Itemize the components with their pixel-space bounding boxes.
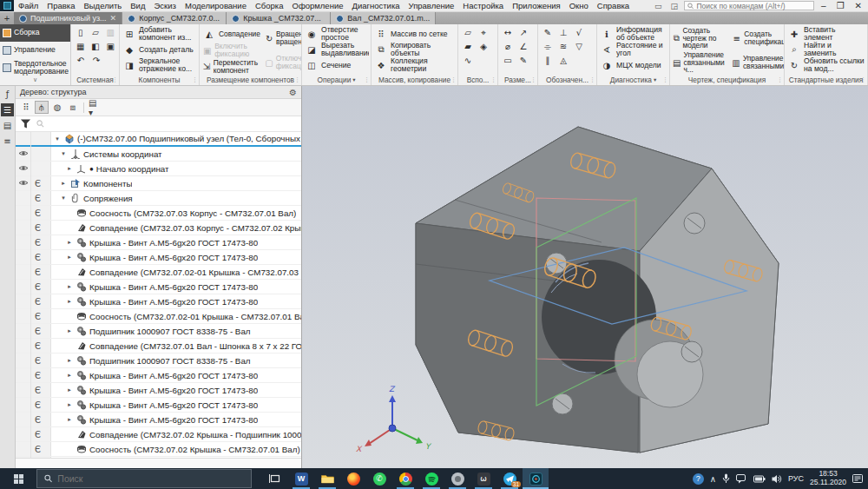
print-preview-icon[interactable]: ◧ xyxy=(89,40,102,53)
task-view-icon[interactable] xyxy=(262,468,288,489)
gear-icon[interactable]: ⚙ xyxy=(289,88,297,97)
instrument-set-active[interactable]: Сборка xyxy=(0,24,70,42)
menu-управление[interactable]: Управление xyxy=(404,1,459,10)
instrument-set-item[interactable]: Твердотельное моделирование xyxy=(0,59,70,76)
ribbon-group-label[interactable]: Диагностика▾⋮ xyxy=(597,75,669,85)
spotify-icon[interactable] xyxy=(418,468,444,489)
section-include-icon[interactable]: Є xyxy=(35,430,45,439)
section-include-icon[interactable]: Є xyxy=(35,371,45,380)
visibility-eye-icon[interactable] xyxy=(18,149,29,159)
surface-finish-icon[interactable]: √ xyxy=(572,26,586,39)
thread-designation-icon[interactable]: ∥ xyxy=(541,54,555,67)
tree-row[interactable]: Є▸Компоненты xyxy=(16,176,301,191)
section-include-icon[interactable]: Є xyxy=(35,415,45,425)
tree-row[interactable]: Є▾Сопряжения xyxy=(16,191,301,206)
expander-icon[interactable]: ▸ xyxy=(66,283,73,290)
collapse-sets-chevron[interactable]: ∨ xyxy=(0,76,70,85)
tree-row[interactable]: Є▸Крышка - Винт A.M5-6gx20 ГОСТ 17473-80 xyxy=(16,368,301,383)
expander-icon[interactable]: ▾ xyxy=(54,135,61,142)
people-chat-icon[interactable] xyxy=(736,474,747,484)
tree-row[interactable]: ЄСоосность (СМ732.07.02 Крышка - СМ732.0… xyxy=(16,442,301,457)
tree-row[interactable]: Є▸Крышка - Винт A.M5-6gx20 ГОСТ 17473-80 xyxy=(16,250,301,265)
instrument-set-item[interactable]: Управление xyxy=(0,42,70,59)
menu-диагностика[interactable]: Диагностика xyxy=(347,1,404,10)
panel-menu-icon[interactable]: ≡ xyxy=(1,135,14,148)
mate-rotation-icon[interactable]: ↻ xyxy=(265,32,273,45)
mirror-components-icon[interactable]: ◨ xyxy=(122,59,136,72)
pencil-icon[interactable]: ✎ xyxy=(541,26,555,39)
ribbon-command[interactable]: ⧉Копировать объекты xyxy=(374,42,456,57)
marker-icon[interactable]: ◬ xyxy=(556,54,570,67)
offset-plane-icon[interactable]: ▰ xyxy=(461,40,475,53)
expander-icon[interactable]: ▾ xyxy=(60,195,67,202)
window-layout-icon[interactable]: ▭ xyxy=(652,2,665,10)
tree-row[interactable]: ЄСоосность (СМ732.07.03 Корпус - СМ732.0… xyxy=(16,206,301,221)
note-icon[interactable]: ✎ xyxy=(516,54,530,67)
menu-выделить[interactable]: Выделить xyxy=(79,1,126,10)
tree-panel-icon[interactable]: ☰ xyxy=(1,103,14,116)
simple-hole-icon[interactable]: ◉ xyxy=(305,28,319,41)
linked-specifications-icon[interactable]: ▥ xyxy=(732,56,740,69)
grouping-view-icon[interactable]: ⫛ xyxy=(35,101,49,114)
tolerance-icon[interactable]: ⌯ xyxy=(541,40,555,53)
ribbon-group-label[interactable]: Размещение компонентов⋮ xyxy=(200,75,301,85)
section-include-icon[interactable]: Є xyxy=(35,341,45,351)
relations-view-icon[interactable]: ◍ xyxy=(50,101,64,114)
ribbon-group-label[interactable]: Стандартные изделия⋮ xyxy=(785,75,867,85)
ribbon-command[interactable]: ✚Вставить элемент xyxy=(787,26,865,42)
menu-сборка[interactable]: Сборка xyxy=(251,1,288,10)
3d-viewport[interactable]: Z X Y xyxy=(302,86,868,468)
microphone-icon[interactable] xyxy=(722,473,730,484)
linked-drawings-icon[interactable]: ▤ xyxy=(673,56,681,69)
tree-row[interactable]: Є▸Крышка - Винт A.M5-6gx20 ГОСТ 17473-80 xyxy=(16,235,301,250)
frame-icon[interactable]: ▭ xyxy=(501,54,515,67)
section-icon[interactable]: ◫ xyxy=(305,59,319,72)
tree-row[interactable]: Є▸Крышка - Винт A.M5-6gx20 ГОСТ 17473-80 xyxy=(16,280,301,294)
ribbon-group-label[interactable]: Массив, копирование⋮ xyxy=(372,75,457,85)
section-include-icon[interactable]: Є xyxy=(35,179,45,188)
ribbon-group-label[interactable]: Обозначен...⋮ xyxy=(538,75,596,85)
filter-icon[interactable] xyxy=(16,118,35,129)
history-view-icon[interactable]: ⧈ xyxy=(66,101,80,114)
ribbon-command[interactable]: ◭Совпадение xyxy=(202,26,263,43)
expander-icon[interactable]: ▸ xyxy=(66,165,73,172)
display-options-icon[interactable]: ▤ ▾ xyxy=(88,101,102,114)
section-include-icon[interactable]: Є xyxy=(35,386,45,395)
ribbon-command[interactable]: ▣Включить фиксацию xyxy=(202,43,263,59)
ribbon-group-label[interactable]: Операции▾⋮ xyxy=(302,75,371,85)
telegram-icon[interactable]: 31 xyxy=(496,468,523,489)
tree-row[interactable]: ЄСовпадение (СМ732.07.01 Вал - Шпонка 8 … xyxy=(16,339,301,354)
tree-row[interactable]: ▾Системы координат xyxy=(16,147,301,162)
ribbon-group-label[interactable]: Системная⋮ xyxy=(71,75,119,85)
section-include-icon[interactable]: Є xyxy=(35,208,45,218)
document-tab[interactable]: Крышка _СМ732.07... xyxy=(227,12,331,24)
menu-окно[interactable]: Окно xyxy=(565,1,593,10)
mate-coincide-icon[interactable]: ◭ xyxy=(202,28,216,41)
language-indicator[interactable]: РУС xyxy=(788,474,804,483)
expander-icon[interactable]: ▸ xyxy=(66,327,73,334)
chrome-icon[interactable] xyxy=(392,468,418,489)
section-include-icon[interactable]: Є xyxy=(35,238,45,248)
ribbon-command[interactable]: ↻Обновить ссылки на мод... xyxy=(787,57,865,73)
taskbar-search[interactable] xyxy=(36,469,252,488)
ribbon-group-label[interactable]: Разме...⋮ xyxy=(498,75,537,85)
radial-dimension-icon[interactable]: ⌀ xyxy=(501,40,515,53)
roughness-icon[interactable]: ≋ xyxy=(556,40,570,53)
expander-icon[interactable]: ▸ xyxy=(60,180,67,187)
ribbon-command[interactable]: ◆Создать деталь xyxy=(122,42,197,57)
copy-objects-icon[interactable]: ⧉ xyxy=(374,43,388,56)
parameters-panel-icon[interactable]: ▤ xyxy=(1,119,14,132)
tree-row[interactable]: Є▸Крышка - Винт A.M5-6gx20 ГОСТ 17473-80 xyxy=(16,383,301,398)
ribbon-command[interactable]: ◉Отверстие простое xyxy=(305,26,369,42)
tree-row[interactable]: ЄСовпадение (СМ732.07.03 Корпус - СМ732.… xyxy=(16,221,301,235)
menu-справка[interactable]: Справка xyxy=(593,1,634,10)
section-include-icon[interactable]: Є xyxy=(35,297,45,307)
undo-icon[interactable]: ↶ xyxy=(74,54,88,67)
action-center-icon[interactable] xyxy=(852,474,863,484)
ribbon-command[interactable]: ∢Расстояние и угол xyxy=(600,42,667,57)
ribbon-command[interactable]: ◨Зеркальное отражение ко... xyxy=(122,57,197,73)
new-document-icon[interactable]: ▯ xyxy=(74,26,87,39)
tree-row[interactable]: Є▸Подшипник 1000907 ГОСТ 8338-75 - Вал xyxy=(16,324,301,339)
create-specification-icon[interactable]: ≡ xyxy=(732,32,741,45)
bearing-housing-model[interactable] xyxy=(416,127,779,453)
